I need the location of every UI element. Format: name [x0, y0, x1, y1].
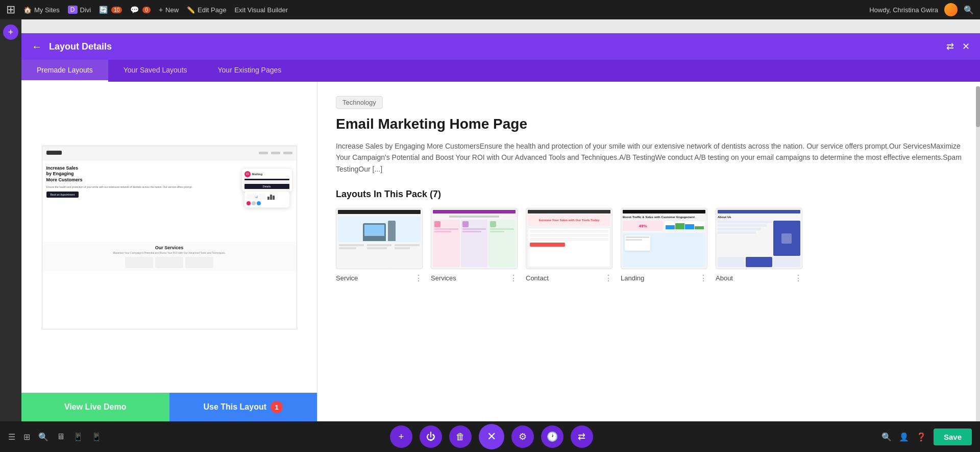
divi-icon: D — [68, 6, 78, 14]
pencil-icon: ✏️ — [187, 6, 195, 14]
home-icon: 🏠 — [23, 6, 32, 14]
settings-button[interactable]: ⚙ — [511, 425, 534, 448]
thumb-more-services[interactable]: ⋮ — [509, 273, 518, 283]
new-menu[interactable]: + New — [159, 6, 179, 14]
thumb-footer-contact: Contact ⋮ — [526, 273, 612, 283]
thumb-footer-landing: Landing ⋮ — [621, 273, 707, 283]
view-live-demo-button[interactable]: View Live Demo — [21, 393, 169, 421]
use-layout-badge: 1 — [271, 401, 283, 413]
thumb-img-services — [431, 208, 518, 269]
thumb-footer-about: About ⋮ — [716, 273, 802, 283]
howdy-text: Howdy, Christina Gwira — [869, 6, 938, 14]
preview-panel: Increase Salesby EngagingMore Customers … — [21, 82, 317, 421]
thumb-more-contact[interactable]: ⋮ — [604, 273, 612, 283]
thumb-img-about: About Us — [716, 208, 802, 269]
add-content-button[interactable]: + — [390, 425, 412, 448]
modal-tabs: Premade Layouts Your Saved Layouts Your … — [21, 60, 980, 82]
save-button[interactable]: Save — [934, 429, 972, 445]
updates-menu[interactable]: 🔄 10 — [99, 6, 122, 14]
thumb-label-contact: Contact — [526, 274, 549, 282]
comments-count: 0 — [142, 7, 151, 13]
admin-bar-right: Howdy, Christina Gwira 🔍 — [869, 3, 974, 16]
preview-actions: View Live Demo Use This Layout 1 — [21, 393, 317, 421]
bottom-right-tools: 🔍 👤 ❓ Save — [873, 429, 980, 445]
modal-header: ← Layout Details ⇄ ✕ — [21, 33, 980, 60]
admin-avatar[interactable] — [944, 3, 958, 16]
history-button[interactable]: 🕐 — [541, 425, 564, 448]
mobile-icon[interactable]: 📱 — [91, 432, 102, 442]
thumb-label-service: Service — [336, 274, 358, 282]
my-sites-menu[interactable]: 🏠 My Sites — [23, 6, 60, 14]
layout-thumb-contact[interactable]: Increase Your Sales with Our Tools Today — [526, 208, 612, 283]
edit-page-link[interactable]: ✏️ Edit Page — [187, 6, 226, 14]
close-button[interactable]: ✕ — [479, 424, 504, 449]
layout-thumb-landing[interactable]: Boost Traffic & Sales with Customer Enga… — [621, 208, 707, 283]
modal-scrollbar[interactable] — [976, 86, 980, 421]
exit-vb-link[interactable]: Exit Visual Builder — [234, 6, 288, 14]
thumb-label-about: About — [716, 274, 733, 282]
bottom-center-tools: + ⏻ 🗑 ✕ ⚙ 🕐 ⇄ — [110, 424, 873, 449]
bottom-left-tools: ☰ ⊞ 🔍 🖥 📱 📱 — [0, 432, 110, 442]
thumb-more-landing[interactable]: ⋮ — [699, 273, 707, 283]
layouts-grid: Service ⋮ — [336, 208, 962, 289]
modal-header-icons: ⇄ ✕ — [946, 41, 970, 52]
comments-menu[interactable]: 💬 0 — [130, 6, 151, 14]
split-button[interactable]: ⇄ — [571, 425, 593, 448]
admin-search-icon[interactable]: 🔍 — [964, 5, 974, 15]
thumb-label-landing: Landing — [621, 274, 644, 282]
thumb-label-services: Services — [431, 274, 456, 282]
fake-layout-preview: Increase Salesby EngagingMore Customers … — [42, 146, 297, 329]
thumb-more-about[interactable]: ⋮ — [794, 273, 802, 283]
tab-existing-pages[interactable]: Your Existing Pages — [203, 60, 297, 82]
scrollbar-thumb[interactable] — [976, 86, 980, 127]
layouts-pack-title: Layouts In This Pack (7) — [336, 189, 962, 200]
layout-title: Email Marketing Home Page — [336, 116, 962, 132]
layout-description: Increase Sales by Engaging More Customer… — [336, 140, 962, 175]
use-this-layout-button[interactable]: Use This Layout 1 — [169, 393, 317, 421]
wp-icon: ⊞ — [6, 3, 15, 16]
layout-details-modal: ← Layout Details ⇄ ✕ Premade Layouts You… — [21, 33, 980, 421]
layout-thumb-services[interactable]: Services ⋮ — [431, 208, 518, 283]
tab-premade-layouts[interactable]: Premade Layouts — [21, 60, 108, 82]
plus-icon: + — [159, 6, 163, 14]
help-right-icon[interactable]: ❓ — [916, 432, 926, 442]
layout-thumb-service[interactable]: Service ⋮ — [336, 208, 423, 283]
left-sidebar: + — [0, 19, 21, 421]
thumb-img-landing: Boost Traffic & Sales with Customer Enga… — [621, 208, 707, 269]
thumb-footer-service: Service ⋮ — [336, 273, 423, 283]
category-badge: Technology — [336, 96, 383, 109]
thumb-more-service[interactable]: ⋮ — [414, 273, 423, 283]
search-right-icon[interactable]: 🔍 — [881, 432, 892, 442]
comments-icon: 💬 — [130, 6, 139, 14]
thumb-img-service — [336, 208, 423, 269]
modal-content: Increase Salesby EngagingMore Customers … — [21, 82, 980, 421]
thumb-footer-services: Services ⋮ — [431, 273, 518, 283]
layout-thumb-about[interactable]: About Us — [716, 208, 802, 283]
modal-split-icon[interactable]: ⇄ — [946, 41, 954, 52]
search-icon[interactable]: 🔍 — [38, 432, 48, 442]
desktop-icon[interactable]: 🖥 — [57, 432, 65, 441]
updates-icon: 🔄 — [99, 6, 108, 14]
modal-close-icon[interactable]: ✕ — [962, 41, 970, 52]
menu-icon[interactable]: ☰ — [8, 432, 15, 442]
layout-preview-image: Increase Salesby EngagingMore Customers … — [21, 82, 317, 393]
user-right-icon[interactable]: 👤 — [899, 432, 909, 442]
thumb-img-contact: Increase Your Sales with Our Tools Today — [526, 208, 612, 269]
details-panel: Technology Email Marketing Home Page Inc… — [317, 82, 980, 421]
grid-icon[interactable]: ⊞ — [23, 432, 30, 442]
power-button[interactable]: ⏻ — [420, 425, 442, 448]
trash-button[interactable]: 🗑 — [449, 425, 472, 448]
modal-title: Layout Details — [49, 41, 939, 52]
divi-menu[interactable]: D Divi — [68, 6, 91, 14]
add-section-button[interactable]: + — [3, 25, 18, 40]
preview-img-content: Increase Salesby EngagingMore Customers … — [21, 82, 317, 393]
updates-count: 10 — [111, 7, 122, 13]
bottom-toolbar: ☰ ⊞ 🔍 🖥 📱 📱 + ⏻ 🗑 ✕ ⚙ 🕐 ⇄ 🔍 👤 ❓ Save — [0, 421, 980, 452]
tablet-icon[interactable]: 📱 — [73, 432, 83, 442]
wp-logo[interactable]: ⊞ — [6, 3, 15, 16]
modal-back-button[interactable]: ← — [32, 41, 42, 53]
admin-bar: ⊞ 🏠 My Sites D Divi 🔄 10 💬 0 + New ✏️ Ed… — [0, 0, 980, 19]
tab-saved-layouts[interactable]: Your Saved Layouts — [108, 60, 203, 82]
